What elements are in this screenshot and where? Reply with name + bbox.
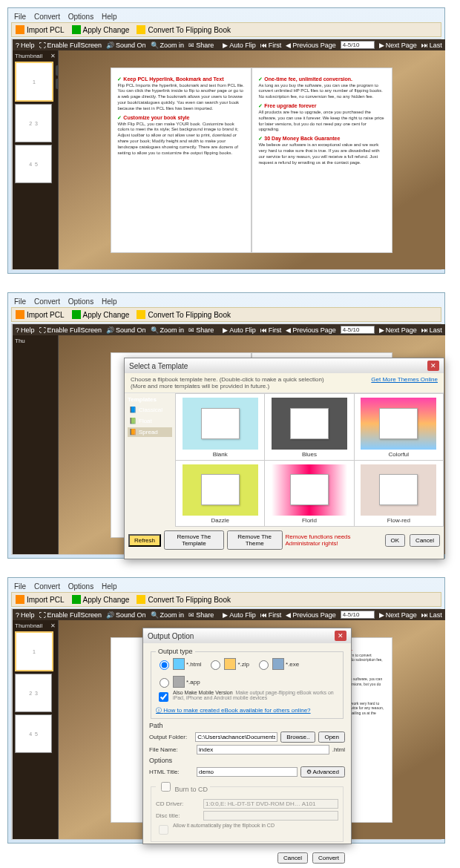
first-button[interactable]: ⏮ First: [260, 611, 282, 619]
menu-convert[interactable]: Convert: [34, 13, 60, 21]
close-icon[interactable]: ✕: [427, 361, 439, 371]
fullscreen-button[interactable]: ⛶ Enable FullScreen: [39, 42, 102, 49]
burn-cd-checkbox[interactable]: [161, 782, 171, 792]
filename-label: File Name:: [149, 746, 194, 753]
thumb-4-5[interactable]: 4 5: [15, 714, 52, 753]
import-pcl-button[interactable]: Import PCL: [16, 25, 65, 34]
cancel-button[interactable]: Cancel: [277, 852, 308, 864]
thumb-1[interactable]: 1: [15, 62, 53, 102]
remove-theme-button[interactable]: Remove The Theme: [227, 530, 283, 550]
htmltitle-input[interactable]: [197, 767, 298, 777]
tpl-dazzle[interactable]: Dazzle: [176, 461, 264, 527]
close-thumbnails-icon[interactable]: ✕: [50, 53, 56, 59]
help-button[interactable]: ? Help: [16, 326, 35, 334]
menu-convert[interactable]: Convert: [34, 297, 60, 306]
nextpage-button[interactable]: ▶ Next Page: [379, 326, 417, 334]
menu-help[interactable]: Help: [102, 582, 117, 591]
page-indicator[interactable]: [341, 41, 375, 49]
sound-button[interactable]: 🔊 Sound On: [106, 611, 146, 619]
cancel-button[interactable]: Cancel: [410, 534, 440, 547]
share-button[interactable]: ✉ Share: [188, 326, 214, 334]
menu-file[interactable]: File: [14, 13, 26, 21]
tpl-colorful[interactable]: Colorful: [355, 394, 443, 460]
browse-button[interactable]: Browse..: [280, 731, 315, 743]
import-pcl-button[interactable]: Import PCL: [16, 310, 65, 319]
htmltitle-label: HTML Title:: [149, 769, 194, 775]
convert-button[interactable]: Convert To Flipping Book: [137, 595, 231, 604]
zoom-button[interactable]: 🔍 Zoom in: [151, 611, 185, 619]
autoflip-button[interactable]: ▶ Auto Flip: [223, 42, 256, 49]
tpl-blank[interactable]: Blank: [176, 394, 264, 460]
fullscreen-button[interactable]: ⛶ Enable FullScreen: [39, 611, 102, 619]
how-link[interactable]: ⓘ How to make created eBook available fo…: [156, 706, 311, 714]
flipbook[interactable]: Keep PCL Hyperlink, Bookmark and TextFli…: [111, 68, 392, 253]
menu-file[interactable]: File: [14, 582, 26, 591]
thumb-4-5[interactable]: 4 5: [15, 145, 52, 183]
page-indicator[interactable]: [341, 326, 375, 334]
first-button[interactable]: ⏮ First: [260, 42, 282, 49]
cat-spread[interactable]: 📙 Spread: [128, 427, 172, 437]
radio-app[interactable]: *.app: [156, 676, 200, 688]
help-button[interactable]: ? Help: [16, 611, 35, 619]
cat-float[interactable]: 📗 Float: [128, 416, 172, 426]
sound-button[interactable]: 🔊 Sound On: [106, 42, 146, 49]
radio-html[interactable]: *.html: [156, 658, 201, 670]
more-themes-link[interactable]: Get More Themes Online: [371, 376, 438, 389]
autoflip-button[interactable]: ▶ Auto Flip: [223, 611, 256, 619]
radio-zip[interactable]: *.zip: [207, 658, 249, 670]
autoplay-checkbox: [159, 825, 168, 835]
thumb-2-3[interactable]: 2 3: [15, 674, 52, 712]
remove-template-button[interactable]: Remove The Template: [164, 530, 224, 550]
also-mobile-checkbox[interactable]: [159, 692, 168, 702]
prevpage-button[interactable]: ◀ Previous Page: [286, 42, 336, 49]
last-button[interactable]: ⏭ Last: [421, 611, 442, 619]
last-button[interactable]: ⏭ Last: [421, 42, 442, 49]
menu-options[interactable]: Options: [68, 582, 93, 591]
page-indicator[interactable]: [341, 611, 375, 619]
open-button[interactable]: Open: [318, 731, 345, 743]
prevpage-button[interactable]: ◀ Previous Page: [286, 326, 336, 334]
import-pcl-button[interactable]: Import PCL: [16, 595, 65, 604]
menu-convert[interactable]: Convert: [34, 582, 60, 591]
zoom-button[interactable]: 🔍 Zoom in: [151, 326, 185, 334]
sound-button[interactable]: 🔊 Sound On: [106, 326, 146, 334]
thumbnail-label: Thumbnail: [15, 53, 42, 59]
window-main-1: File Convert Options Help Import PCL App…: [7, 7, 445, 274]
menu-help[interactable]: Help: [102, 13, 117, 21]
share-button[interactable]: ✉ Share: [188, 611, 214, 619]
menu-options[interactable]: Options: [68, 13, 93, 21]
convert-button[interactable]: Convert To Flipping Book: [137, 25, 231, 34]
apply-change-button[interactable]: Apply Change: [72, 595, 130, 604]
menu-options[interactable]: Options: [68, 297, 93, 306]
filename-input[interactable]: [197, 745, 329, 754]
share-button[interactable]: ✉ Share: [188, 42, 214, 49]
first-button[interactable]: ⏮ First: [260, 326, 282, 334]
nextpage-button[interactable]: ▶ Next Page: [379, 611, 417, 619]
tpl-blues[interactable]: Blues: [265, 394, 353, 460]
thumb-1[interactable]: 1: [15, 631, 53, 671]
nextpage-button[interactable]: ▶ Next Page: [379, 42, 417, 49]
ok-button[interactable]: OK: [385, 534, 406, 547]
tpl-flowred[interactable]: Flow-red: [355, 461, 443, 527]
last-button[interactable]: ⏭ Last: [421, 326, 442, 334]
advanced-button[interactable]: ⚙ Advanced: [300, 766, 345, 777]
cat-classical[interactable]: 📘 Classical: [128, 405, 172, 415]
close-icon[interactable]: ✕: [335, 631, 346, 641]
close-thumbnails-icon[interactable]: ✕: [50, 622, 56, 629]
tpl-florid[interactable]: Florid: [265, 461, 353, 527]
refresh-button[interactable]: Refresh: [128, 534, 161, 547]
zoom-button[interactable]: 🔍 Zoom in: [151, 42, 185, 49]
prevpage-button[interactable]: ◀ Previous Page: [286, 611, 336, 619]
convert-output-button[interactable]: Convert: [312, 852, 345, 864]
apply-change-button[interactable]: Apply Change: [72, 310, 130, 319]
autoflip-button[interactable]: ▶ Auto Flip: [223, 326, 256, 334]
menu-help[interactable]: Help: [102, 297, 117, 306]
apply-change-button[interactable]: Apply Change: [72, 25, 130, 34]
convert-button[interactable]: Convert To Flipping Book: [137, 310, 231, 319]
thumb-2-3[interactable]: 2 3: [15, 104, 52, 142]
menu-file[interactable]: File: [14, 297, 26, 306]
radio-exe[interactable]: *.exe: [255, 658, 299, 670]
fullscreen-button[interactable]: ⛶ Enable FullScreen: [39, 326, 102, 334]
output-folder-input[interactable]: [195, 732, 277, 742]
help-button[interactable]: ? Help: [16, 42, 35, 49]
